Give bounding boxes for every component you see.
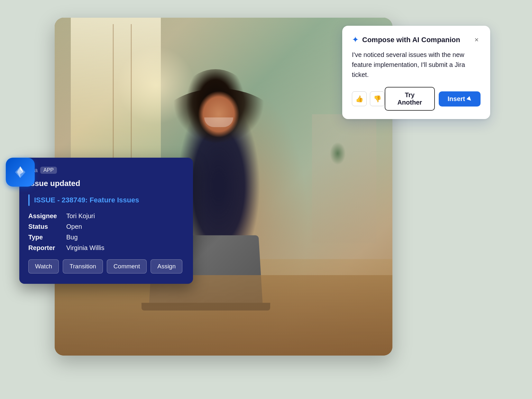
- ai-companion-card: ✦ Compose with AI Companion × I've notic…: [342, 26, 490, 119]
- issue-updated-title: Issue updated: [28, 179, 184, 188]
- ai-card-header: ✦ Compose with AI Companion ×: [352, 35, 481, 45]
- ai-actions: 👍 👎 Try Another Insert ▶: [352, 87, 481, 111]
- status-value: Open: [66, 223, 184, 230]
- type-value: Bug: [66, 234, 184, 241]
- action-buttons: Watch Transition Comment Assign: [28, 259, 184, 274]
- comment-button[interactable]: Comment: [107, 259, 147, 274]
- thumbs-down-icon: 👎: [373, 95, 381, 103]
- ai-main-action-buttons: Try Another Insert ▶: [385, 87, 481, 111]
- watch-button[interactable]: Watch: [28, 259, 59, 274]
- transition-button[interactable]: Transition: [63, 259, 103, 274]
- ai-star-icon: ✦: [352, 35, 359, 45]
- try-another-button[interactable]: Try Another: [385, 87, 435, 111]
- ai-message-text: I've noticed several issues with the new…: [352, 50, 481, 80]
- ai-feedback-buttons: 👍 👎: [352, 91, 385, 106]
- assignee-value: Tori Kojuri: [66, 212, 184, 220]
- jira-logo: [6, 158, 35, 187]
- reporter-label: Reporter: [28, 244, 64, 252]
- thumbs-up-icon: 👍: [355, 95, 363, 103]
- type-label: Type: [28, 234, 64, 241]
- assignee-label: Assignee: [28, 212, 64, 220]
- thumbs-down-button[interactable]: 👎: [370, 91, 385, 106]
- thumbs-up-button[interactable]: 👍: [352, 91, 367, 106]
- assign-button[interactable]: Assign: [151, 259, 182, 274]
- ai-companion-title: Compose with AI Companion: [362, 36, 460, 44]
- issue-title[interactable]: ISSUE - 238749: Feature Issues: [34, 196, 139, 204]
- ai-title-row: ✦ Compose with AI Companion: [352, 35, 460, 45]
- insert-label: Insert: [448, 95, 465, 103]
- reporter-value: Virginia Willis: [66, 244, 184, 252]
- jira-notification-card: Jira APP Issue updated ISSUE - 238749: F…: [19, 158, 193, 284]
- issue-title-row: ISSUE - 238749: Feature Issues: [28, 194, 184, 206]
- ai-close-button[interactable]: ×: [472, 36, 481, 44]
- issue-details: Assignee Tori Kojuri Status Open Type Bu…: [28, 212, 184, 252]
- app-tag: APP: [40, 167, 57, 174]
- cursor-icon: ▶: [466, 95, 473, 102]
- jira-logo-icon: [13, 165, 27, 179]
- jira-app-badge: Jira APP: [28, 167, 184, 174]
- insert-button[interactable]: Insert ▶: [439, 91, 481, 107]
- issue-accent-bar: [28, 194, 30, 206]
- status-label: Status: [28, 223, 64, 230]
